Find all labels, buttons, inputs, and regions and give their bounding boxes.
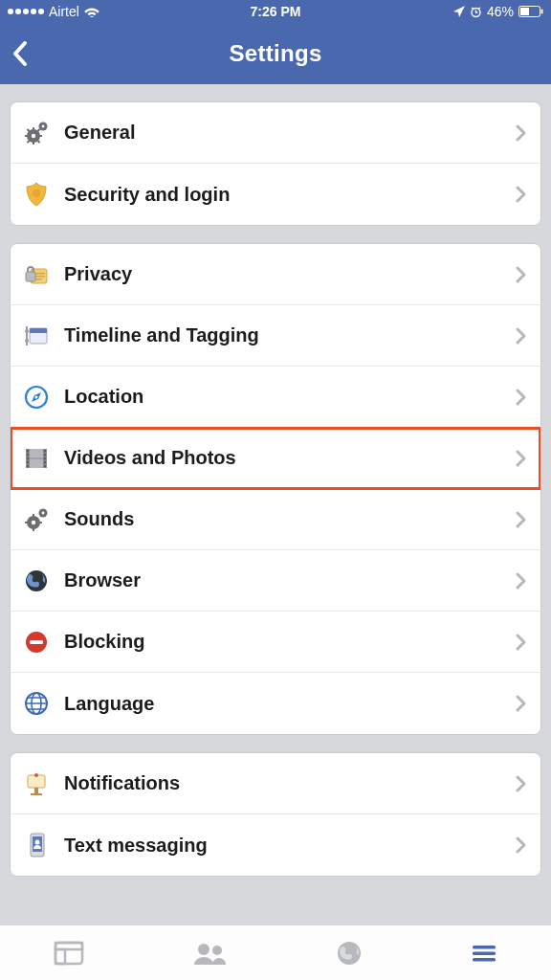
svg-rect-6 xyxy=(33,127,34,131)
svg-point-65 xyxy=(198,944,209,955)
status-bar: Airtel 7:26 PM 46% xyxy=(0,0,551,23)
row-videos-photos[interactable]: Videos and Photos xyxy=(11,428,540,489)
nav-header: Settings xyxy=(0,23,551,84)
chevron-right-icon xyxy=(515,185,527,204)
svg-rect-35 xyxy=(27,465,29,467)
chevron-right-icon xyxy=(515,388,527,407)
row-privacy[interactable]: Privacy xyxy=(11,244,540,305)
wifi-icon xyxy=(84,6,99,17)
chevron-right-icon xyxy=(515,265,527,284)
svg-rect-31 xyxy=(27,450,29,452)
chevron-left-icon xyxy=(11,38,31,69)
svg-rect-64 xyxy=(55,949,65,964)
row-label: Browser xyxy=(58,569,515,591)
row-general[interactable]: General xyxy=(11,102,540,164)
svg-rect-3 xyxy=(541,10,543,14)
svg-rect-32 xyxy=(27,454,29,456)
settings-content: General Security and login Privacy xyxy=(0,84,551,924)
svg-rect-38 xyxy=(44,457,46,459)
status-left: Airtel xyxy=(8,4,99,19)
svg-point-28 xyxy=(35,395,38,398)
shield-badge-icon xyxy=(22,180,58,209)
svg-rect-45 xyxy=(33,527,34,531)
svg-rect-23 xyxy=(30,328,47,333)
chevron-right-icon xyxy=(515,633,527,652)
row-timeline[interactable]: Timeline and Tagging xyxy=(11,305,540,367)
chevron-right-icon xyxy=(515,449,527,468)
svg-rect-33 xyxy=(27,457,29,459)
chevron-right-icon xyxy=(515,123,527,143)
row-security[interactable]: Security and login xyxy=(11,164,540,225)
globe-dark-icon xyxy=(22,567,58,595)
svg-rect-9 xyxy=(38,135,42,137)
svg-point-58 xyxy=(34,773,38,777)
gears-icon xyxy=(22,505,58,534)
row-label: Notifications xyxy=(58,772,515,794)
svg-rect-7 xyxy=(33,141,34,145)
tab-feed[interactable] xyxy=(53,939,85,968)
row-label: Text messaging xyxy=(58,835,515,857)
battery-percent: 46% xyxy=(487,4,514,19)
chevron-right-icon xyxy=(515,694,527,713)
carrier-label: Airtel xyxy=(49,4,79,19)
svg-rect-46 xyxy=(25,522,29,523)
row-location[interactable]: Location xyxy=(11,367,540,428)
svg-rect-36 xyxy=(44,450,46,452)
svg-rect-56 xyxy=(34,788,38,793)
row-sounds[interactable]: Sounds xyxy=(11,489,540,550)
row-label: Timeline and Tagging xyxy=(58,324,515,346)
row-label: Security and login xyxy=(58,184,515,206)
settings-group-1: General Security and login xyxy=(10,101,541,226)
battery-icon xyxy=(518,6,543,17)
row-language[interactable]: Language xyxy=(11,673,540,734)
compass-icon xyxy=(22,383,58,412)
tab-notifications-globe[interactable] xyxy=(334,939,364,968)
svg-rect-52 xyxy=(30,640,43,644)
globe-wire-icon xyxy=(22,689,58,718)
svg-rect-41 xyxy=(30,457,43,458)
chevron-right-icon xyxy=(515,835,527,855)
timeline-icon xyxy=(22,322,58,350)
alarm-icon xyxy=(470,6,482,18)
svg-rect-57 xyxy=(31,793,42,795)
svg-point-5 xyxy=(32,133,35,137)
row-label: Privacy xyxy=(58,263,515,285)
row-label: General xyxy=(58,122,515,144)
row-label: Blocking xyxy=(58,631,515,653)
svg-point-49 xyxy=(42,511,45,514)
svg-rect-39 xyxy=(44,461,46,463)
svg-rect-70 xyxy=(473,958,496,961)
row-text-messaging[interactable]: Text messaging xyxy=(11,814,540,876)
row-label: Videos and Photos xyxy=(58,447,515,469)
svg-rect-37 xyxy=(44,454,46,456)
blocking-icon xyxy=(22,628,58,657)
chevron-right-icon xyxy=(515,774,527,793)
row-label: Location xyxy=(58,386,515,408)
back-button[interactable] xyxy=(11,23,31,84)
svg-rect-47 xyxy=(38,522,42,523)
row-blocking[interactable]: Blocking xyxy=(11,612,540,673)
bottom-tab-bar xyxy=(0,924,551,980)
gears-icon xyxy=(22,119,58,147)
svg-point-26 xyxy=(25,339,29,343)
phone-profile-icon xyxy=(22,831,58,859)
row-browser[interactable]: Browser xyxy=(11,550,540,612)
tab-friends[interactable] xyxy=(190,939,229,968)
svg-rect-2 xyxy=(520,8,529,15)
filmstrip-icon xyxy=(22,444,58,473)
svg-rect-62 xyxy=(55,943,82,964)
svg-rect-69 xyxy=(473,951,496,954)
privacy-lock-icon xyxy=(22,260,58,289)
row-notifications[interactable]: Notifications xyxy=(11,753,540,814)
status-right: 46% xyxy=(453,4,543,19)
signal-dots-icon xyxy=(8,9,44,14)
page-title: Settings xyxy=(229,40,321,67)
tab-menu[interactable] xyxy=(470,939,498,968)
svg-rect-8 xyxy=(25,135,29,137)
svg-point-66 xyxy=(212,946,222,955)
settings-group-3: Notifications Text messaging xyxy=(10,752,541,877)
row-label: Sounds xyxy=(58,508,515,530)
notifications-board-icon xyxy=(22,769,58,798)
svg-rect-34 xyxy=(27,461,29,463)
svg-rect-44 xyxy=(33,514,34,518)
